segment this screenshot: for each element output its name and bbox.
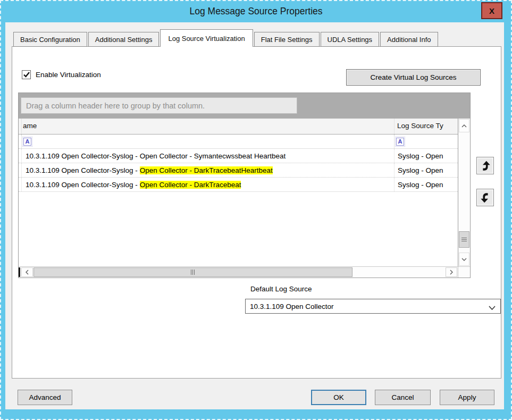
cancel-button[interactable]: Cancel bbox=[375, 390, 431, 405]
table-row[interactable]: 10.3.1.109 Open Collector-Syslog - Open … bbox=[19, 178, 458, 192]
vertical-scroll-track[interactable] bbox=[458, 133, 470, 252]
advanced-label: Advanced bbox=[29, 393, 61, 401]
cell-name: 10.3.1.109 Open Collector-Syslog - Open … bbox=[22, 178, 395, 191]
tab-additional-settings[interactable]: Additional Settings bbox=[88, 32, 160, 47]
tab-page: Enable Virtualization Create Virtual Log… bbox=[12, 46, 501, 379]
apply-button[interactable]: Apply bbox=[440, 390, 494, 405]
scroll-grip-icon bbox=[461, 238, 467, 241]
scroll-up-button[interactable] bbox=[459, 119, 469, 132]
tab-udla-settings[interactable]: UDLA Settings bbox=[321, 32, 380, 47]
vertical-scroll-thumb[interactable] bbox=[459, 231, 469, 248]
default-log-source-dropdown[interactable]: 10.3.1.109 Open Collector bbox=[245, 299, 501, 314]
dropdown-chevron-icon bbox=[489, 304, 496, 312]
name-highlighted-text: Open Collector - DarkTracebeatHeartbeat bbox=[140, 166, 273, 174]
name-text: 10.3.1.109 Open Collector-Syslog - bbox=[26, 152, 140, 160]
cell-name: 10.3.1.109 Open Collector-Syslog - Open … bbox=[22, 149, 395, 163]
dialog-body: Basic Configuration Additional Settings … bbox=[5, 22, 504, 409]
column-header-name[interactable]: ame bbox=[22, 119, 395, 134]
advanced-button[interactable]: Advanced bbox=[18, 390, 72, 405]
text-filter-icon[interactable]: A bbox=[396, 138, 404, 146]
move-up-button[interactable] bbox=[476, 157, 494, 174]
tab-log-source-virtualization[interactable]: Log Source Virtualization bbox=[160, 29, 253, 47]
resize-mark bbox=[19, 267, 20, 277]
apply-label: Apply bbox=[458, 393, 476, 401]
tab-label: Additional Info bbox=[387, 36, 431, 44]
window-title: Log Message Source Properties bbox=[190, 6, 323, 17]
enable-virtualization-checkbox[interactable] bbox=[22, 70, 31, 79]
tab-bar: Basic Configuration Additional Settings … bbox=[13, 29, 439, 47]
table-row[interactable]: 10.3.1.109 Open Collector-Syslog - Open … bbox=[19, 149, 458, 163]
grid-group-area: Drag a column header here to group by th… bbox=[19, 93, 470, 119]
enable-virtualization-row: Enable Virtualization bbox=[22, 70, 101, 79]
create-virtual-log-sources-button[interactable]: Create Virtual Log Sources bbox=[346, 69, 481, 86]
create-button-label: Create Virtual Log Sources bbox=[371, 73, 457, 81]
table-row[interactable]: 10.3.1.109 Open Collector-Syslog - Open … bbox=[19, 163, 458, 178]
scrollbar-corner bbox=[458, 266, 470, 278]
cell-log-source-type: Syslog - Open bbox=[395, 152, 458, 160]
grid-filter-row: A A bbox=[19, 135, 458, 149]
group-by-hint[interactable]: Drag a column header here to group by th… bbox=[21, 97, 297, 114]
chevron-up-icon bbox=[461, 124, 467, 128]
curved-arrow-up-icon bbox=[480, 160, 491, 172]
horizontal-scroll-thumb[interactable] bbox=[33, 267, 352, 277]
tab-label: UDLA Settings bbox=[328, 36, 373, 44]
tab-additional-info[interactable]: Additional Info bbox=[380, 32, 438, 47]
chevron-right-icon bbox=[450, 270, 453, 275]
horizontal-scroll-track[interactable] bbox=[352, 267, 445, 278]
column-header-log-source-type[interactable]: Log Source Ty bbox=[395, 119, 458, 134]
group-by-hint-text: Drag a column header here to group by th… bbox=[26, 102, 205, 110]
curved-arrow-down-icon bbox=[480, 192, 491, 204]
scroll-right-button[interactable] bbox=[446, 267, 457, 277]
text-filter-icon[interactable]: A bbox=[23, 138, 31, 146]
cancel-label: Cancel bbox=[391, 393, 414, 401]
tab-basic-configuration[interactable]: Basic Configuration bbox=[13, 32, 87, 47]
cell-log-source-type: Syslog - Open bbox=[395, 166, 458, 174]
scroll-grip-icon bbox=[191, 270, 195, 275]
tab-flat-file-settings[interactable]: Flat File Settings bbox=[254, 32, 320, 47]
name-text: 10.3.1.109 Open Collector-Syslog - bbox=[26, 166, 140, 174]
grid-rows-area: 10.3.1.109 Open Collector-Syslog - Open … bbox=[19, 149, 458, 266]
grid-header-row: ame Log Source Ty bbox=[19, 119, 458, 135]
checkmark-icon bbox=[23, 72, 30, 78]
window-titlebar: Log Message Source Properties bbox=[0, 0, 512, 22]
log-sources-grid: Drag a column header here to group by th… bbox=[18, 93, 471, 278]
enable-virtualization-label: Enable Virtualization bbox=[36, 71, 101, 79]
chevron-left-icon bbox=[26, 270, 29, 275]
ok-label: OK bbox=[333, 393, 344, 401]
close-button[interactable]: X bbox=[481, 2, 502, 19]
chevron-down-icon bbox=[461, 258, 467, 261]
tab-label: Additional Settings bbox=[95, 36, 153, 44]
cell-log-source-type: Syslog - Open bbox=[395, 181, 458, 189]
tab-label: Basic Configuration bbox=[20, 36, 80, 44]
name-highlighted-text: Open Collector - DarkTracebeat bbox=[140, 181, 241, 189]
filter-cell-name[interactable]: A bbox=[22, 135, 395, 148]
name-text: Open Collector - Symantecwssbeat Heartbe… bbox=[140, 152, 286, 160]
vertical-scrollbar[interactable] bbox=[458, 119, 470, 266]
default-log-source-value: 10.3.1.109 Open Collector bbox=[250, 303, 334, 310]
filter-cell-type[interactable]: A bbox=[395, 135, 458, 148]
horizontal-scrollbar[interactable] bbox=[19, 266, 458, 278]
name-text: 10.3.1.109 Open Collector-Syslog - bbox=[26, 181, 140, 189]
move-down-button[interactable] bbox=[476, 189, 494, 206]
window-frame: Log Message Source Properties X Basic Co… bbox=[0, 0, 512, 420]
scroll-down-button[interactable] bbox=[459, 253, 469, 266]
default-log-source-label: Default Log Source bbox=[250, 285, 312, 293]
tab-label: Log Source Virtualization bbox=[168, 35, 245, 43]
cell-name: 10.3.1.109 Open Collector-Syslog - Open … bbox=[22, 163, 395, 177]
ok-button[interactable]: OK bbox=[311, 390, 366, 405]
scroll-left-button[interactable] bbox=[21, 267, 33, 277]
tab-label: Flat File Settings bbox=[261, 36, 313, 44]
close-icon: X bbox=[489, 6, 494, 15]
